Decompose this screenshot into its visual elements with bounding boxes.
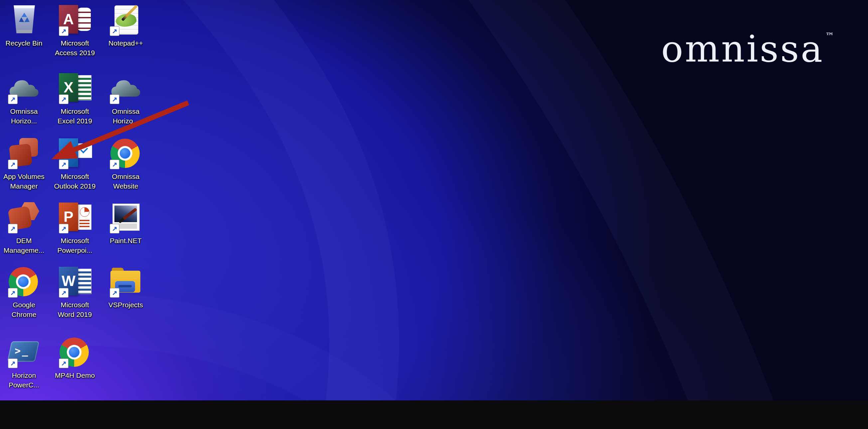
dem-icon — [8, 202, 40, 233]
desktop-icon-microsoft-access[interactable]: A Microsoft Access 2019 — [46, 5, 103, 58]
taskbar: 2:11 PM 3/20/2025 — [0, 400, 868, 429]
desktop-icon-label: MP4H Demo — [55, 370, 95, 380]
chrome-icon — [59, 337, 91, 367]
desktop-icon-mp4h-demo[interactable]: MP4H Demo — [46, 337, 103, 380]
shortcut-arrow-badge — [59, 160, 68, 169]
desktop-icon-label: Omnissa Horizo... — [10, 106, 38, 126]
desktop-icon-label: Microsoft Excel 2019 — [58, 106, 92, 126]
trademark-symbol: ™ — [826, 31, 834, 41]
excel-icon: X — [59, 73, 91, 103]
desktop-icon-label: Microsoft Access 2019 — [55, 38, 95, 58]
desktop-icon-paint-net[interactable]: Paint.NET — [97, 202, 154, 245]
desktop-icon-label: Google Chrome — [12, 300, 37, 319]
shortcut-arrow-badge — [8, 288, 18, 298]
shortcut-arrow-badge — [59, 359, 68, 368]
powershell-icon: >_ — [8, 337, 40, 367]
desktop-icon-label: VSProjects — [108, 300, 143, 310]
app-volumes-icon — [8, 138, 40, 168]
cloud-icon — [8, 73, 40, 103]
outlook-icon: O — [59, 138, 91, 168]
chrome-icon — [110, 138, 142, 168]
shortcut-arrow-badge — [110, 224, 119, 234]
desktop-icon-label: Microsoft Powerpoi... — [57, 236, 92, 255]
shortcut-arrow-badge — [8, 94, 18, 104]
desktop-icon-label: Microsoft Word 2019 — [58, 300, 92, 319]
desktop-icon-microsoft-excel[interactable]: X Microsoft Excel 2019 — [46, 73, 103, 126]
desktop-icon-label: DEM Manageme... — [4, 236, 44, 255]
desktop-icon-label: Omnissa Horizo... — [112, 106, 140, 126]
desktop-icon-microsoft-outlook[interactable]: O Microsoft Outlook 2019 — [46, 138, 103, 191]
omnissa-logo-text: omnissa — [661, 28, 824, 70]
shortcut-arrow-badge — [8, 160, 18, 169]
shortcut-arrow-badge — [110, 160, 119, 169]
desktop-icon-label: Notepad++ — [108, 38, 143, 48]
word-icon: W — [59, 266, 91, 297]
omnissa-logo: omnissa™ — [661, 31, 834, 67]
desktop-icon-microsoft-powerpoint[interactable]: P Microsoft Powerpoi... — [46, 202, 103, 255]
shortcut-arrow-badge — [110, 26, 119, 36]
shortcut-arrow-badge — [59, 94, 68, 104]
shortcut-arrow-badge — [110, 288, 119, 298]
folder-icon — [110, 266, 142, 297]
shortcut-arrow-badge — [59, 26, 68, 36]
desktop-icon-label: Recycle Bin — [6, 38, 42, 48]
desktop-icon-app-volumes-manager[interactable]: App Volumes Manager — [0, 138, 52, 191]
notepad-plus-plus-icon — [110, 5, 142, 35]
desktop-icon-label: Horizon PowerC... — [9, 370, 39, 390]
desktop-icon-google-chrome[interactable]: Google Chrome — [0, 266, 52, 319]
chrome-icon — [8, 266, 40, 297]
desktop-icon-omnissa-website[interactable]: Omnissa Website — [97, 138, 154, 191]
cloud-icon — [110, 73, 142, 103]
shortcut-arrow-badge — [59, 224, 68, 234]
desktop-icon-omnissa-horizon-a[interactable]: Omnissa Horizo... — [0, 73, 52, 126]
desktop: omnissa™ Recycle Bin A Microsoft Access … — [0, 0, 868, 429]
shortcut-arrow-badge — [59, 288, 68, 298]
desktop-icon-label: Microsoft Outlook 2019 — [54, 172, 96, 191]
access-icon: A — [59, 5, 91, 35]
recycle-bin-icon — [8, 5, 40, 35]
desktop-icon-microsoft-word[interactable]: W Microsoft Word 2019 — [46, 266, 103, 319]
shortcut-arrow-badge — [110, 94, 119, 104]
desktop-icon-omnissa-horizon-b[interactable]: Omnissa Horizo... — [97, 73, 154, 126]
desktop-icon-label: Omnissa Website — [112, 172, 140, 191]
powerpoint-icon: P — [59, 202, 91, 233]
desktop-icon-vsprojects[interactable]: VSProjects — [97, 266, 154, 310]
desktop-icon-label: App Volumes Manager — [3, 172, 44, 191]
shortcut-arrow-badge — [8, 224, 18, 234]
shortcut-arrow-badge — [8, 359, 18, 368]
desktop-icon-notepad-plus-plus[interactable]: Notepad++ — [97, 5, 154, 48]
desktop-icon-label: Paint.NET — [110, 236, 142, 245]
desktop-icon-horizon-powercli[interactable]: >_ Horizon PowerC... — [0, 337, 52, 390]
desktop-icon-recycle-bin[interactable]: Recycle Bin — [0, 5, 52, 48]
paint-net-icon — [110, 202, 142, 233]
desktop-icon-dem-management[interactable]: DEM Manageme... — [0, 202, 52, 255]
